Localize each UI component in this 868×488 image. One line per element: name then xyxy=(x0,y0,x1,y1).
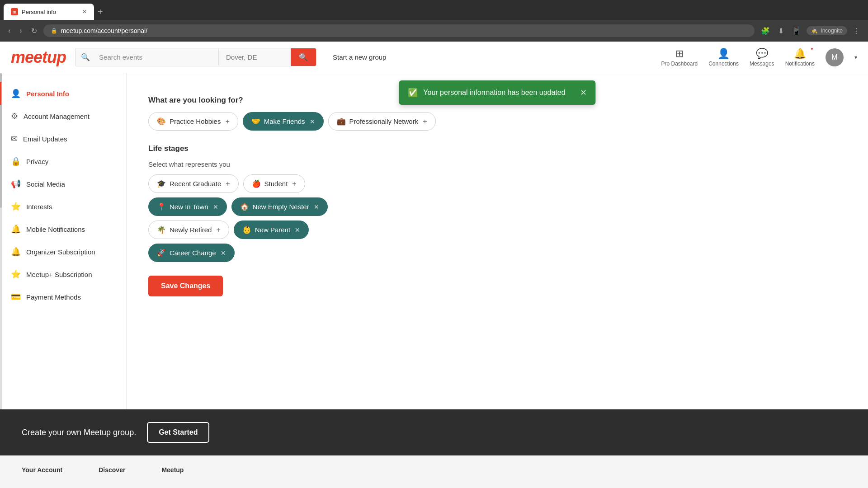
messages-nav[interactable]: 💬 Messages xyxy=(750,48,774,67)
search-bar: 🔍 🔍 xyxy=(75,48,316,66)
sidebar-item-privacy[interactable]: 🔒 Privacy xyxy=(0,150,126,173)
messages-icon: 💬 xyxy=(756,48,768,60)
notifications-nav[interactable]: 🔔 Notifications xyxy=(785,48,815,67)
tag-student[interactable]: 🍎 Student + xyxy=(243,174,305,193)
messages-label: Messages xyxy=(750,61,774,67)
get-started-button[interactable]: Get Started xyxy=(147,422,209,443)
sidebar-item-organizer-subscription[interactable]: 🔔 Organizer Subscription xyxy=(0,240,126,263)
career-change-remove-icon[interactable]: ✕ xyxy=(221,249,226,257)
back-button[interactable]: ‹ xyxy=(5,25,13,37)
account-management-icon: ⚙ xyxy=(11,111,18,121)
mobile-notifications-icon: 🔔 xyxy=(11,224,21,234)
tag-newly-retired[interactable]: 🌴 Newly Retired + xyxy=(148,221,229,239)
tab-close-button[interactable]: ✕ xyxy=(82,9,87,15)
sidebar: 👤 Personal Info ⚙ Account Management ✉ E… xyxy=(0,73,127,409)
life-stages-section: Life stages Select what represents you 🎓… xyxy=(148,144,846,262)
sidebar-item-social-media[interactable]: 📢 Social Media xyxy=(0,173,126,195)
tag-recent-graduate[interactable]: 🎓 Recent Graduate + xyxy=(148,174,239,193)
sidebar-item-personal-info[interactable]: 👤 Personal Info xyxy=(0,82,126,105)
tag-new-parent[interactable]: 👶 New Parent ✕ xyxy=(234,221,309,239)
sidebar-item-label-social-media: Social Media xyxy=(26,180,65,188)
success-notification: ✅ Your personal information has been upd… xyxy=(399,80,595,105)
new-parent-remove-icon[interactable]: ✕ xyxy=(295,226,300,234)
tag-make-friends[interactable]: 🤝 Make Friends ✕ xyxy=(243,112,324,131)
sidebar-item-account-management[interactable]: ⚙ Account Management xyxy=(0,105,126,127)
new-in-town-label: New In Town xyxy=(170,203,208,211)
recent-graduate-add-icon: + xyxy=(226,180,230,188)
payment-methods-icon: 💳 xyxy=(11,292,21,302)
search-input[interactable] xyxy=(92,49,218,66)
notifications-icon: 🔔 xyxy=(794,48,806,60)
location-input[interactable] xyxy=(218,49,291,66)
newly-retired-emoji: 🌴 xyxy=(157,225,166,234)
new-empty-nester-remove-icon[interactable]: ✕ xyxy=(314,203,319,211)
incognito-icon: 🕵 xyxy=(811,28,818,34)
pro-dashboard-nav[interactable]: ⊞ Pro Dashboard xyxy=(661,48,698,67)
tag-practice-hobbies[interactable]: 🎨 Practice Hobbies + xyxy=(148,112,238,131)
footer-cta: Create your own Meetup group. Get Starte… xyxy=(0,409,868,455)
organizer-subscription-icon: 🔔 xyxy=(11,247,21,257)
sidebar-item-label-privacy: Privacy xyxy=(26,158,48,165)
address-bar[interactable]: 🔒 meetup.com/account/personal/ xyxy=(43,24,755,37)
footer-col-1-title: Your Account xyxy=(22,466,62,474)
footer-cta-text: Create your own Meetup group. xyxy=(22,428,136,437)
personal-info-icon: 👤 xyxy=(11,89,21,99)
forward-button[interactable]: › xyxy=(17,25,24,37)
nav-icons: ⊞ Pro Dashboard 👤 Connections 💬 Messages… xyxy=(661,48,857,67)
connections-nav[interactable]: 👤 Connections xyxy=(708,48,739,67)
connections-label: Connections xyxy=(708,61,739,67)
sidebar-item-payment-methods[interactable]: 💳 Payment Methods xyxy=(0,286,126,308)
save-changes-button[interactable]: Save Changes xyxy=(148,276,223,296)
active-tab[interactable]: m Personal info ✕ xyxy=(4,4,94,20)
life-stages-row-3: 🌴 Newly Retired + 👶 New Parent ✕ xyxy=(148,221,846,239)
sidebar-item-mobile-notifications[interactable]: 🔔 Mobile Notifications xyxy=(0,218,126,240)
life-stages-row-1: 🎓 Recent Graduate + 🍎 Student + xyxy=(148,174,846,193)
tag-new-in-town[interactable]: 📍 New In Town ✕ xyxy=(148,197,227,216)
new-tab-button[interactable]: + xyxy=(94,4,107,20)
footer-col-3: Meetup xyxy=(161,466,184,477)
meetup-logo[interactable]: meetup xyxy=(11,48,66,67)
new-parent-label: New Parent xyxy=(255,226,290,234)
footer-col-2-title: Discover xyxy=(99,466,125,474)
sidebar-item-label-account-management: Account Management xyxy=(24,113,90,120)
make-friends-remove-icon[interactable]: ✕ xyxy=(310,118,315,125)
notification-close-button[interactable]: ✕ xyxy=(580,88,587,98)
sidebar-item-email-updates[interactable]: ✉ Email Updates xyxy=(0,127,126,150)
avatar[interactable]: M xyxy=(826,48,844,66)
tag-professionally-network[interactable]: 💼 Professionally Network + xyxy=(328,112,436,131)
chevron-down-icon[interactable]: ▾ xyxy=(854,54,857,61)
new-empty-nester-label: New Empty Nester xyxy=(253,203,309,211)
tag-career-change[interactable]: 🚀 Career Change ✕ xyxy=(148,244,235,262)
extensions-button[interactable]: 🧩 xyxy=(758,25,773,37)
incognito-label: Incognito xyxy=(821,28,843,34)
life-stages-row-4: 🚀 Career Change ✕ xyxy=(148,244,846,262)
sidebar-item-label-payment-methods: Payment Methods xyxy=(26,293,81,301)
search-icon: 🔍 xyxy=(75,53,92,61)
download-button[interactable]: ⬇ xyxy=(775,25,787,37)
student-label: Student xyxy=(264,180,288,188)
sidebar-item-interests[interactable]: ⭐ Interests xyxy=(0,195,126,218)
tag-new-empty-nester[interactable]: 🏠 New Empty Nester ✕ xyxy=(231,197,328,216)
looking-for-tags: 🎨 Practice Hobbies + 🤝 Make Friends ✕ 💼 … xyxy=(148,112,846,131)
tab-favicon: m xyxy=(11,8,18,15)
sidebar-item-meetup-plus[interactable]: ⭐ Meetup+ Subscription xyxy=(0,263,126,286)
start-group-button[interactable]: Start a new group xyxy=(326,53,393,61)
interests-icon: ⭐ xyxy=(11,202,21,211)
sidebar-item-label-meetup-plus: Meetup+ Subscription xyxy=(26,271,92,278)
more-options-button[interactable]: ⋮ xyxy=(850,25,863,37)
nav-bar: ‹ › ↻ 🔒 meetup.com/account/personal/ 🧩 ⬇… xyxy=(0,20,868,42)
search-button[interactable]: 🔍 xyxy=(291,48,316,66)
career-change-emoji: 🚀 xyxy=(157,249,166,257)
new-in-town-remove-icon[interactable]: ✕ xyxy=(213,203,218,211)
incognito-badge: 🕵 Incognito xyxy=(807,26,847,35)
new-parent-emoji: 👶 xyxy=(242,225,251,234)
new-empty-nester-emoji: 🏠 xyxy=(240,202,249,211)
screen-cast-button[interactable]: 📱 xyxy=(789,25,804,37)
refresh-button[interactable]: ↻ xyxy=(28,25,40,37)
notification-message: Your personal information has been updat… xyxy=(423,89,565,97)
success-check-icon: ✅ xyxy=(408,88,418,98)
footer-col-1: Your Account xyxy=(22,466,62,477)
sidebar-item-label-mobile-notifications: Mobile Notifications xyxy=(26,225,85,233)
top-nav: meetup 🔍 🔍 Start a new group ⊞ Pro Dashb… xyxy=(0,42,868,73)
professionally-network-add-icon: + xyxy=(423,117,427,126)
